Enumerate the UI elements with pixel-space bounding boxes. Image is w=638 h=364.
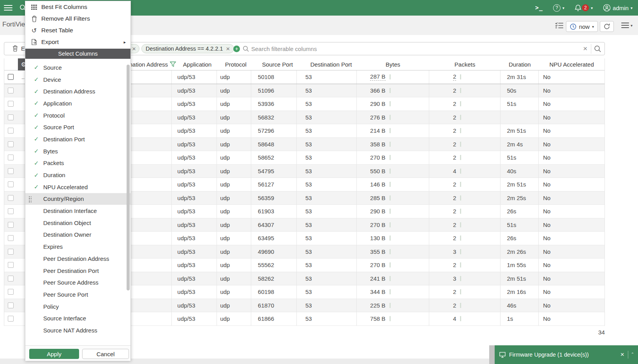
column-toggle-destination-interface[interactable]: Destination Interface — [25, 205, 130, 217]
row-checkbox[interactable] — [8, 168, 14, 174]
packets-value[interactable]: 2 — [453, 73, 456, 81]
column-toggle-destination-owner[interactable]: Destination Owner — [25, 229, 130, 241]
column-toggle-source-port[interactable]: ✓Source Port — [25, 121, 130, 133]
cli-console-icon[interactable]: >_ — [535, 4, 543, 11]
time-range-button[interactable]: now ▾ — [566, 21, 598, 32]
close-icon[interactable]: × — [620, 351, 624, 359]
row-checkbox[interactable] — [8, 302, 14, 308]
packets-value[interactable]: 2 — [453, 235, 456, 241]
duration-column-header[interactable]: Duration — [501, 58, 539, 70]
bytes-value[interactable]: 344 B — [370, 288, 385, 295]
bytes-value[interactable]: 287 B — [370, 73, 385, 81]
column-toggle-expires[interactable]: Expires — [25, 241, 130, 253]
column-toggle-destination-address[interactable]: ✓Destination Address — [25, 85, 130, 97]
bytes-value[interactable]: 241 B — [370, 275, 385, 282]
bytes-value[interactable]: 225 B — [370, 302, 385, 309]
column-toggle-protocol[interactable]: ✓Protocol — [25, 109, 130, 121]
help-menu[interactable]: ? ▾ — [553, 4, 564, 12]
column-toggle-source[interactable]: ✓Source — [25, 62, 130, 74]
column-toggle-peer-destination-port[interactable]: Peer Destination Port — [25, 265, 130, 277]
column-toggle-destination-object[interactable]: Destination Object — [25, 217, 130, 229]
column-toggle-source-nat-address[interactable]: Source NAT Address — [25, 324, 130, 336]
close-icon[interactable]: × — [226, 46, 230, 52]
bytes-value[interactable]: 146 B — [370, 181, 385, 188]
bytes-value[interactable]: 130 B — [370, 235, 385, 241]
row-checkbox[interactable] — [8, 208, 14, 214]
admin-menu[interactable]: admin ▾ — [603, 4, 633, 12]
row-checkbox[interactable] — [8, 235, 14, 241]
column-toggle-peer-source-port[interactable]: Peer Source Port — [25, 288, 130, 301]
menu-action-export[interactable]: Export ▸ — [25, 36, 130, 48]
packets-column-header[interactable]: Packets — [429, 58, 501, 70]
menu-toggle-icon[interactable] — [4, 5, 12, 11]
packets-value[interactable]: 2 — [453, 262, 456, 268]
bytes-value[interactable]: 758 B — [370, 315, 385, 322]
row-checkbox[interactable] — [8, 155, 14, 160]
row-checkbox[interactable] — [8, 222, 14, 228]
filter-chip[interactable]: Destination Address == 4.2.2.1 × — [141, 44, 234, 53]
row-checkbox[interactable] — [8, 262, 14, 268]
row-checkbox[interactable] — [8, 101, 14, 107]
notifications-menu[interactable]: 2 ▾ — [575, 4, 593, 12]
bytes-value[interactable]: 270 B — [370, 154, 385, 161]
column-toggle-device[interactable]: ✓Device — [25, 74, 130, 86]
bytes-value[interactable]: 270 B — [370, 262, 385, 268]
toast-edge-tab[interactable] — [489, 345, 495, 364]
drag-handle-icon[interactable] — [29, 196, 32, 203]
column-toggle-destination-port[interactable]: ✓Destination Port — [25, 133, 130, 145]
bytes-value[interactable]: 355 B — [370, 248, 385, 255]
row-checkbox[interactable] — [8, 316, 14, 322]
bytes-value[interactable]: 550 B — [370, 168, 385, 174]
apply-search-icon[interactable] — [594, 45, 601, 53]
bytes-value[interactable]: 214 B — [370, 127, 385, 134]
packets-value[interactable]: 2 — [453, 127, 456, 134]
add-filter-icon[interactable]: + — [233, 46, 240, 52]
row-checkbox[interactable] — [8, 289, 14, 295]
column-toggle-source-interface[interactable]: Source Interface — [25, 312, 130, 324]
packets-value[interactable]: 2 — [453, 100, 456, 107]
destination-port-column-header[interactable]: Destination Port — [297, 58, 357, 70]
column-checklist-icon[interactable] — [555, 21, 564, 29]
packets-value[interactable]: 2 — [453, 222, 456, 228]
packets-value[interactable]: 2 — [453, 208, 456, 215]
filter-search-input[interactable] — [251, 44, 415, 53]
bytes-value[interactable]: 366 B — [370, 87, 385, 94]
row-checkbox[interactable] — [8, 114, 14, 120]
packets-value[interactable]: 3 — [453, 248, 456, 255]
packets-value[interactable]: 2 — [453, 114, 456, 121]
row-checkbox[interactable] — [8, 181, 14, 187]
column-toggle-country-region[interactable]: Country/Region — [25, 193, 130, 205]
packets-value[interactable]: 4 — [453, 315, 456, 322]
menu-action-reset-table[interactable]: ↺ Reset Table — [25, 25, 130, 36]
row-checkbox[interactable] — [8, 128, 14, 134]
bytes-value[interactable]: 290 B — [370, 100, 385, 107]
bytes-value[interactable]: 358 B — [370, 141, 385, 148]
bytes-value[interactable]: 270 B — [370, 222, 385, 228]
column-toggle-packets[interactable]: ✓Packets — [25, 157, 130, 169]
application-column-header[interactable]: Application — [172, 58, 217, 70]
bytes-value[interactable]: 276 B — [370, 114, 385, 121]
packets-value[interactable]: 2 — [453, 195, 456, 201]
row-checkbox[interactable] — [8, 74, 14, 80]
bytes-value[interactable]: 285 B — [370, 195, 385, 201]
protocol-column-header[interactable]: Protocol — [217, 58, 251, 70]
menu-action-remove-all-filters[interactable]: Remove All Filters — [25, 13, 130, 25]
packets-value[interactable]: 2 — [453, 141, 456, 148]
packets-value[interactable]: 3 — [453, 275, 456, 282]
apply-button[interactable]: Apply — [29, 349, 79, 359]
column-toggle-duration[interactable]: ✓Duration — [25, 169, 130, 181]
row-checkbox[interactable] — [8, 249, 14, 255]
packets-value[interactable]: 2 — [453, 288, 456, 295]
table-view-menu-button[interactable]: ▾ — [621, 23, 633, 28]
row-checkbox[interactable] — [8, 276, 14, 281]
bytes-value[interactable]: 290 B — [370, 208, 385, 215]
column-toggle-peer-destination-address[interactable]: Peer Destination Address — [25, 253, 130, 265]
row-checkbox[interactable] — [8, 195, 14, 201]
column-toggle-npu-accelerated[interactable]: ✓NPU Accelerated — [25, 181, 130, 193]
bytes-column-header[interactable]: Bytes — [357, 58, 429, 70]
row-checkbox[interactable] — [8, 141, 14, 147]
npu-accelerated-column-header[interactable]: NPU Accelerated — [539, 58, 605, 70]
column-toggle-peer-source-address[interactable]: Peer Source Address — [25, 276, 130, 288]
packets-value[interactable]: 2 — [453, 154, 456, 161]
cancel-button[interactable]: Cancel — [82, 349, 129, 359]
